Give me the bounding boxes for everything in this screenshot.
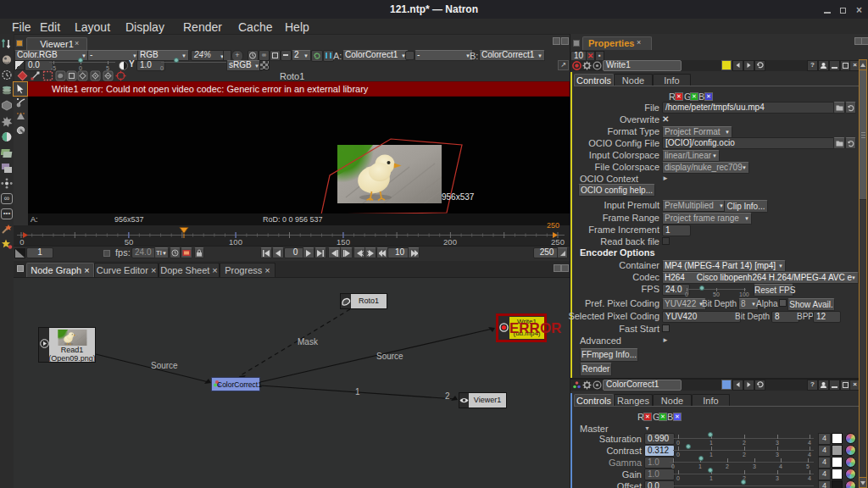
svg-text:0: 0 xyxy=(19,237,24,246)
svg-text:250: 250 xyxy=(551,237,565,246)
svg-text:50: 50 xyxy=(125,237,134,246)
svg-text:100: 100 xyxy=(229,237,242,246)
svg-text:200: 200 xyxy=(443,237,457,246)
svg-text:150: 150 xyxy=(337,237,350,246)
